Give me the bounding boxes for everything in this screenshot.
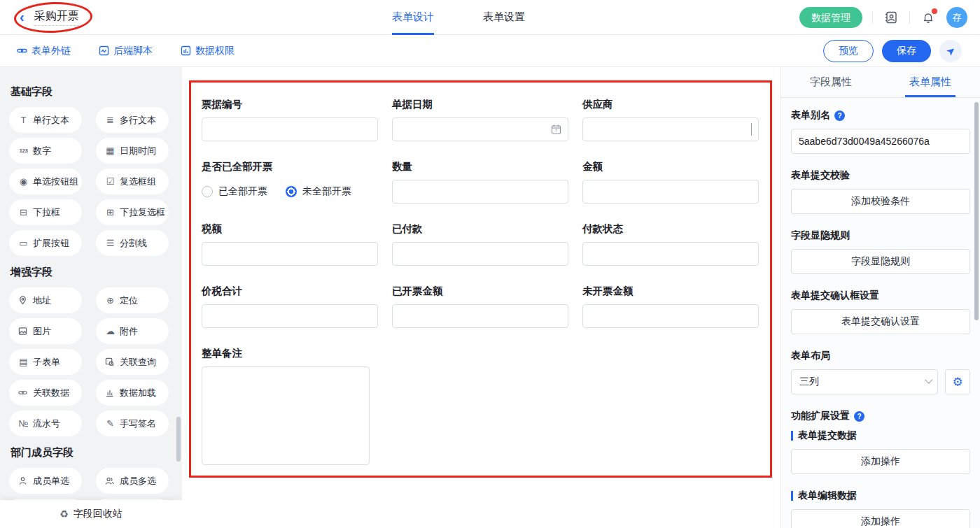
form-canvas[interactable]: 票据编号 单据日期 7 供应商 是否已全部开票 已全 (182, 67, 780, 528)
data-manage-button[interactable]: 数据管理 (799, 7, 862, 28)
amount-input[interactable] (583, 180, 758, 203)
invoiced-amount-input[interactable] (393, 305, 568, 327)
field-checkbox-group[interactable]: ☑复选框组 (96, 169, 169, 194)
submit-check-label: 表单提交校验 (791, 169, 970, 182)
preview-button[interactable]: 预览 (823, 40, 874, 62)
form-field-remark[interactable]: 整单备注 (202, 347, 759, 468)
tax-input[interactable] (202, 243, 377, 265)
layout-select[interactable]: 三列 (791, 369, 938, 394)
field-member-single[interactable]: 成员单选 (9, 468, 82, 494)
field-divider[interactable]: ☰分割线 (96, 230, 169, 256)
divider (872, 11, 873, 24)
edit-data-add-action-button[interactable]: 添加操作 (791, 509, 970, 528)
property-panel: 字段属性 表单属性 表单别名? 表单提交校验 添加校验条件 字段显隐规则 字段显… (780, 67, 980, 528)
back-chevron-icon[interactable]: ‹ (20, 9, 24, 25)
field-dropdown[interactable]: ⊟下拉框 (9, 199, 82, 225)
form-field-tax[interactable]: 税额 (202, 222, 378, 266)
share-arrow-icon: ➤ (943, 43, 958, 59)
form-field-invoiced-amount[interactable]: 已开票金额 (392, 285, 568, 328)
field-attachment[interactable]: ☁附件 (96, 318, 169, 344)
divider-icon: ☰ (105, 238, 115, 248)
section-title-enhanced: 增强字段 (10, 266, 175, 279)
help-icon[interactable]: ? (854, 411, 864, 422)
field-recycle-bin[interactable]: ♻ 字段回收站 (0, 500, 182, 528)
field-data-load[interactable]: 数据加载 (96, 380, 169, 406)
backend-script-link[interactable]: 后端脚本 (99, 45, 153, 57)
form-field-paid[interactable]: 已付款 (392, 222, 568, 266)
tab-form-settings[interactable]: 表单设置 (483, 0, 525, 35)
single-text-icon: T (18, 115, 29, 125)
checkbox-icon: ☑ (105, 176, 115, 187)
image-icon (18, 327, 29, 336)
field-subform[interactable]: ▤子表单 (9, 349, 82, 375)
visibility-rules-button[interactable]: 字段显隐规则 (791, 249, 970, 274)
form-field-supplier[interactable]: 供应商 (582, 98, 759, 141)
field-address[interactable]: 地址 (9, 287, 82, 313)
form-field-pay-status[interactable]: 付款状态 (582, 222, 759, 266)
bill-no-input[interactable] (202, 118, 377, 141)
tab-field-properties[interactable]: 字段属性 (781, 67, 881, 97)
bill-date-input[interactable] (393, 118, 568, 141)
submit-data-add-action-button[interactable]: 添加操作 (791, 449, 970, 474)
add-check-condition-button[interactable]: 添加校验条件 (791, 189, 970, 214)
panel-scrollbar[interactable] (974, 102, 979, 320)
field-related-data[interactable]: 关联数据 (9, 380, 82, 406)
field-datetime[interactable]: ▦日期时间 (96, 138, 169, 164)
section-title-members: 部门成员字段 (10, 446, 175, 459)
field-member-multi[interactable]: 成员多选 (96, 468, 169, 494)
form-layout-label: 表单布局 (791, 350, 970, 362)
total-with-tax-input[interactable] (202, 305, 377, 327)
avatar[interactable]: 存 (946, 7, 967, 28)
form-field-bill-date[interactable]: 单据日期 7 (392, 98, 568, 141)
form-field-amount[interactable]: 金额 (582, 160, 759, 204)
tab-form-properties[interactable]: 表单属性 (881, 67, 980, 97)
field-location[interactable]: ⊕定位 (96, 287, 169, 313)
ext-settings-label: 功能扩展设置 (791, 410, 850, 422)
notification-badge (932, 8, 937, 14)
help-icon[interactable]: ? (834, 110, 845, 121)
field-serial-number[interactable]: №流水号 (9, 411, 82, 436)
dropdown-icon: ⊟ (18, 207, 29, 217)
form-field-uninvoiced-amount[interactable]: 未开票金额 (582, 285, 759, 328)
contact-book-icon[interactable] (883, 9, 899, 26)
submit-confirm-button[interactable]: 表单提交确认设置 (791, 309, 970, 334)
field-number[interactable]: 123数字 (9, 138, 82, 164)
field-image[interactable]: 图片 (9, 318, 82, 344)
field-extend-button[interactable]: ▭扩展按钮 (9, 230, 82, 256)
field-multi-dropdown[interactable]: ⊞下拉复选框 (96, 199, 169, 225)
supplier-select[interactable] (582, 117, 759, 141)
radio-option-all-invoiced[interactable]: 已全部开票 (202, 185, 267, 198)
radio-option-not-all-invoiced[interactable]: 未全部开票 (286, 185, 351, 198)
field-sidebar: 基础字段 T单行文本 ≣多行文本 123数字 ▦日期时间 ◉单选按钮组 ☑复选框… (0, 67, 182, 528)
notification-bell-icon[interactable] (920, 9, 937, 26)
accent-bar (791, 431, 793, 441)
form-alias-input[interactable] (791, 129, 970, 154)
pen-icon: ✎ (105, 418, 115, 429)
field-signature[interactable]: ✎手写签名 (96, 411, 169, 436)
field-radio-group[interactable]: ◉单选按钮组 (9, 169, 82, 194)
form-field-quantity[interactable]: 数量 (392, 160, 568, 204)
radio-unselected-icon (202, 186, 213, 197)
sidebar-scrollbar[interactable] (176, 417, 181, 462)
quantity-input[interactable] (393, 180, 568, 203)
remark-textarea[interactable] (202, 366, 370, 465)
field-multi-line-text[interactable]: ≣多行文本 (96, 107, 169, 133)
tab-form-design[interactable]: 表单设计 (392, 0, 434, 35)
sub-toolbar: 表单外链 后端脚本 数据权限 预览 保存 ➤ (0, 35, 980, 67)
form-external-link[interactable]: 表单外链 (17, 45, 71, 57)
share-button[interactable]: ➤ (939, 40, 962, 62)
data-permission-link[interactable]: 数据权限 (181, 45, 234, 57)
save-button[interactable]: 保存 (882, 40, 931, 62)
field-single-line-text[interactable]: T单行文本 (9, 107, 82, 133)
layout-settings-button[interactable]: ⚙ (945, 369, 970, 394)
uninvoiced-amount-input[interactable] (583, 305, 758, 327)
form-field-total-with-tax[interactable]: 价税合计 (202, 285, 378, 328)
paid-input[interactable] (393, 243, 568, 265)
field-related-query[interactable]: 关联查询 (96, 349, 169, 375)
form-field-bill-no[interactable]: 票据编号 (202, 98, 378, 141)
person-icon (18, 476, 29, 485)
related-data-icon (18, 388, 29, 397)
pay-status-input[interactable] (583, 243, 758, 265)
form-field-invoiced-flag[interactable]: 是否已全部开票 已全部开票 未全部开票 (202, 160, 378, 204)
submit-data-label: 表单提交数据 (798, 429, 857, 442)
